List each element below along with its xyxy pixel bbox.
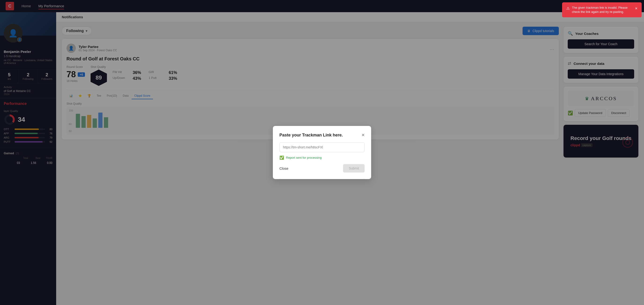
modal-close-button[interactable]: Close [280,164,288,172]
modal-title: Paste your Trackman Link here. [280,133,343,138]
toast-message: The given trackman link is invalid. Plea… [572,6,632,14]
modal-submit-button[interactable]: Submit [343,164,364,172]
modal-overlay[interactable]: Paste your Trackman Link here. × ✅ Repor… [0,0,644,305]
modal-success-message: ✅ Report sent for processing [280,156,364,160]
toast-close-btn[interactable]: × [635,6,638,12]
trackman-modal: Paste your Trackman Link here. × ✅ Repor… [273,126,371,179]
modal-header: Paste your Trackman Link here. × [280,132,364,138]
error-toast: ⚠ The given trackman link is invalid. Pl… [562,2,642,17]
trackman-link-input[interactable] [280,142,364,152]
modal-footer: Close Submit [280,164,364,172]
success-check-icon: ✅ [280,156,284,160]
modal-close-x-button[interactable]: × [362,132,364,138]
warning-icon: ⚠ [566,6,570,11]
